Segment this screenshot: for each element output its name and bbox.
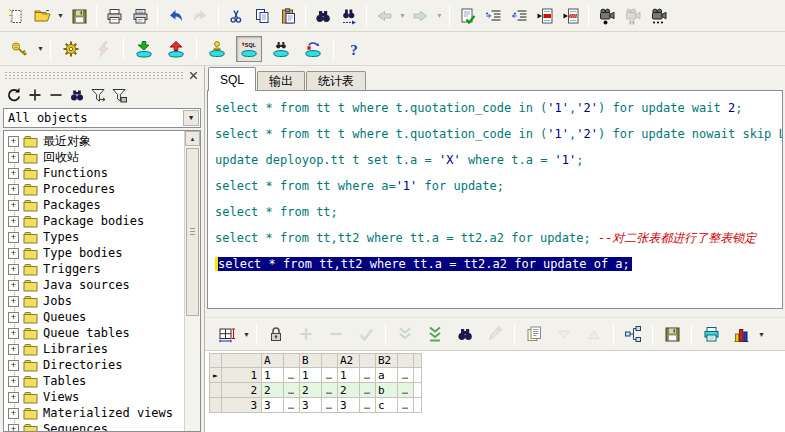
tab-输出[interactable]: 输出 (257, 71, 305, 91)
single-record-view-button[interactable] (620, 321, 646, 347)
grid-options-dropdown-button[interactable]: ▼ (241, 323, 252, 345)
expand-plus-icon[interactable]: + (8, 168, 19, 179)
pause-macro-button[interactable] (620, 4, 644, 28)
sidebar-grip[interactable] (4, 69, 200, 82)
cell-ellipsis-button[interactable]: … (322, 398, 338, 413)
print-results-button[interactable] (698, 321, 724, 347)
tree-scrollbar[interactable]: ▲ (184, 131, 200, 431)
object-filter-combobox[interactable]: All objects ▼ (3, 108, 201, 128)
new-document-button[interactable] (4, 4, 28, 28)
tree-item[interactable]: +Views (4, 389, 183, 405)
cell-ellipsis-button[interactable]: … (322, 383, 338, 398)
expand-plus-icon[interactable]: + (8, 344, 19, 355)
tree-item[interactable]: +Procedures (4, 181, 183, 197)
tree-item[interactable]: +Types (4, 229, 183, 245)
splitter[interactable] (205, 309, 785, 317)
browse-objects-button[interactable] (268, 36, 294, 62)
expand-plus-icon[interactable]: + (8, 312, 19, 323)
cell-ellipsis-button[interactable]: … (360, 398, 376, 413)
refresh-session-button[interactable] (300, 36, 326, 62)
tree-item[interactable]: +最近对象 (4, 133, 183, 149)
grid-cell[interactable]: a (376, 368, 398, 383)
navigate-back-button[interactable] (372, 4, 396, 28)
tree-item[interactable]: +Package bodies (4, 213, 183, 229)
expand-plus-icon[interactable]: + (8, 264, 19, 275)
grid-cell[interactable]: c (376, 398, 398, 413)
column-header-b2[interactable]: B2 (376, 354, 398, 368)
column-header-a2[interactable]: A2 (338, 354, 360, 368)
tree-item[interactable]: +Functions (4, 165, 183, 181)
refresh-tree-button[interactable] (3, 85, 24, 106)
cell-ellipsis-button[interactable]: … (398, 398, 414, 413)
indent-button[interactable] (481, 4, 505, 28)
expand-plus-icon[interactable]: + (8, 200, 19, 211)
tree-item[interactable]: +Type bodies (4, 245, 183, 261)
navigate-forward-button[interactable] (409, 4, 433, 28)
grid-cell[interactable]: 1 (338, 368, 360, 383)
post-changes-button[interactable] (353, 321, 379, 347)
find-in-results-button[interactable] (452, 321, 478, 347)
row-number[interactable]: 2 (222, 383, 262, 398)
fetch-last-page-button[interactable] (422, 321, 448, 347)
expand-plus-icon[interactable]: + (8, 152, 19, 163)
expand-plus-icon[interactable]: + (8, 408, 19, 419)
combo-dropdown-button[interactable]: ▼ (183, 110, 199, 126)
row-number[interactable]: 3 (222, 398, 262, 413)
rollback-button[interactable] (163, 36, 189, 62)
sql-statement[interactable]: select * from tt,tt2 where tt.a = tt2.a2… (215, 255, 782, 281)
open-file-button[interactable] (30, 4, 54, 28)
help-button[interactable]: ? (341, 36, 367, 62)
print-button[interactable] (102, 4, 126, 28)
expand-plus-icon[interactable]: + (8, 424, 19, 432)
next-marker-button[interactable] (533, 4, 557, 28)
tab-统计表[interactable]: 统计表 (306, 71, 366, 91)
copy-results-button[interactable] (521, 321, 547, 347)
commit-button[interactable] (131, 36, 157, 62)
edit-filters-button[interactable] (87, 85, 108, 106)
sql-statement[interactable]: select * from tt t where t.quotation_cod… (215, 99, 782, 125)
tree-item[interactable]: +Packages (4, 197, 183, 213)
edit-data-button[interactable] (482, 321, 508, 347)
expand-plus-icon[interactable]: + (8, 216, 19, 227)
previous-marker-button[interactable] (559, 4, 583, 28)
save-button[interactable] (67, 4, 91, 28)
navigate-back-dropdown-button[interactable]: ▼ (397, 5, 408, 27)
grid-cell[interactable]: 2 (300, 383, 322, 398)
cell-ellipsis-button[interactable]: … (284, 368, 300, 383)
log-on-dropdown-button[interactable]: ▼ (35, 38, 46, 60)
insert-row-button[interactable] (293, 321, 319, 347)
grid-cell[interactable]: 3 (338, 398, 360, 413)
new-session-button[interactable] (204, 36, 230, 62)
expand-plus-icon[interactable]: + (8, 360, 19, 371)
collapse-all-button[interactable] (45, 85, 66, 106)
find-object-button[interactable] (66, 85, 87, 106)
log-on-button[interactable] (6, 36, 32, 62)
tree-item[interactable]: +Jobs (4, 293, 183, 309)
chart-dropdown-button[interactable]: ▼ (756, 323, 767, 345)
expand-plus-icon[interactable]: + (8, 392, 19, 403)
grid-cell[interactable]: 1 (262, 368, 284, 383)
column-header-b[interactable]: B (300, 354, 322, 368)
sort-ascending-button[interactable] (581, 321, 607, 347)
expand-plus-icon[interactable]: + (8, 296, 19, 307)
row-number[interactable]: 1 (222, 368, 262, 383)
find-next-button[interactable] (337, 4, 361, 28)
grid-options-button[interactable] (213, 321, 239, 347)
cell-ellipsis-button[interactable]: … (360, 368, 376, 383)
expand-plus-icon[interactable]: + (8, 328, 19, 339)
playback-macro-button[interactable] (646, 4, 670, 28)
find-button[interactable] (311, 4, 335, 28)
cell-ellipsis-button[interactable]: … (284, 398, 300, 413)
export-results-button[interactable] (659, 321, 685, 347)
tree-item[interactable]: +Queues (4, 309, 183, 325)
tree-item[interactable]: +Materialized views (4, 405, 183, 421)
expand-plus-icon[interactable]: + (8, 232, 19, 243)
column-header-a[interactable]: A (262, 354, 284, 368)
sql-statement[interactable]: select * from tt,tt2 where tt.a = tt2.a2… (215, 229, 782, 255)
grid-cell[interactable]: b (376, 383, 398, 398)
expand-all-button[interactable] (24, 85, 45, 106)
outdent-button[interactable] (507, 4, 531, 28)
open-file-dropdown-button[interactable]: ▼ (55, 5, 66, 27)
apply-filter-button[interactable] (108, 85, 129, 106)
tree-item[interactable]: +Directories (4, 357, 183, 373)
